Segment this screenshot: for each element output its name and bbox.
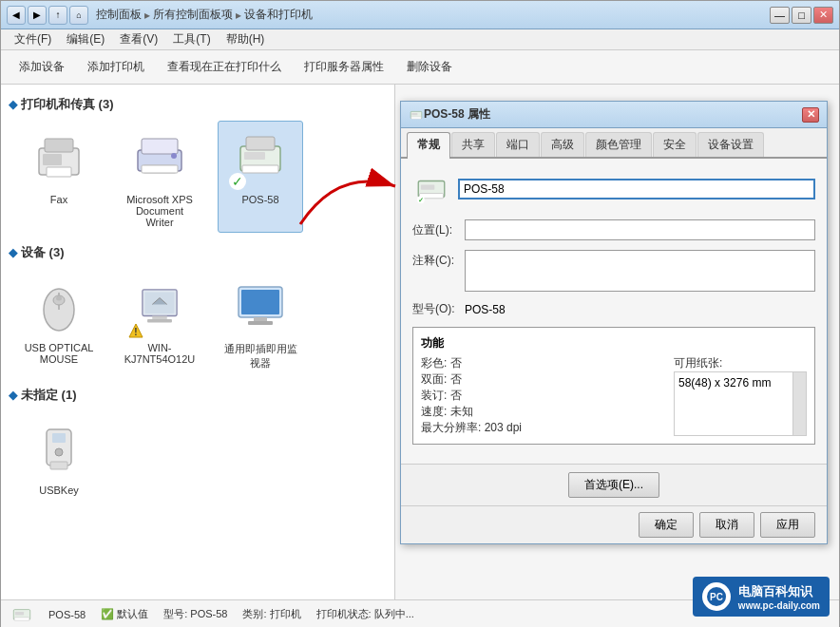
breadcrumb-item[interactable]: 设备和打印机	[244, 7, 313, 23]
mouse-label: USB OPTICAL MOUSE	[21, 342, 97, 365]
features-right-col: 可用纸张: 58(48) x 3276 mm	[674, 355, 807, 436]
tab-ports[interactable]: 端口	[496, 132, 540, 157]
server-props-button[interactable]: 打印服务器属性	[294, 54, 394, 80]
svg-rect-38	[421, 184, 434, 189]
device-mouse[interactable]: USB OPTICAL MOUSE	[16, 269, 102, 375]
usbkey-icon	[26, 416, 92, 483]
printers-grid: Fax Microsoft XPS Document Writer	[9, 121, 387, 233]
device-xps[interactable]: Microsoft XPS Document Writer	[117, 121, 202, 233]
view-queue-button[interactable]: 查看现在正在打印什么	[157, 54, 292, 80]
svg-rect-10	[244, 152, 265, 160]
nav-buttons: ◀ ▶ ↑ ⌂	[7, 6, 88, 25]
svg-rect-25	[254, 317, 267, 321]
pos58-label: POS-58	[241, 194, 278, 205]
printer-name-input[interactable]	[458, 179, 815, 200]
dialog-title-bar: POS-58 属性 ✕	[401, 102, 827, 128]
left-panel: ◆ 打印机和传真 (3) Fax	[1, 85, 395, 599]
cancel-button[interactable]: 取消	[699, 512, 754, 538]
remove-device-button[interactable]: 删除设备	[396, 54, 463, 80]
unspecified-grid: USBKey	[9, 411, 387, 501]
tab-security[interactable]: 安全	[653, 132, 697, 157]
menu-tools[interactable]: 工具(T)	[165, 29, 218, 49]
pos58-icon: ✓	[227, 125, 294, 192]
apply-button[interactable]: 应用	[760, 512, 815, 538]
maximize-button[interactable]: □	[792, 7, 811, 24]
up-button[interactable]: ↑	[48, 6, 67, 25]
features-title: 功能	[421, 335, 807, 352]
device-pc[interactable]: ! WIN-KJ7NT54O12U	[117, 269, 202, 375]
ok-button[interactable]: 确定	[639, 512, 694, 538]
scrollbar[interactable]	[792, 372, 806, 435]
device-fax[interactable]: Fax	[16, 121, 102, 233]
window-controls: — □ ✕	[770, 7, 833, 24]
breadcrumb-item[interactable]: 控制面板	[96, 7, 142, 23]
svg-rect-26	[248, 321, 273, 325]
features-layout: 彩色: 否 双面: 否 装订: 否 速度: 未知 最大分辨率: 203 dpi …	[421, 355, 807, 436]
watermark-title: 电脑百科知识	[738, 583, 820, 600]
printer-name-row: ✓	[412, 170, 815, 208]
svg-text:✓: ✓	[418, 197, 424, 203]
svg-rect-36	[411, 116, 421, 118]
device-pos58[interactable]: ✓ POS-58	[218, 121, 303, 233]
menu-help[interactable]: 帮助(H)	[219, 29, 273, 49]
comment-row: 注释(C):	[412, 250, 815, 292]
breadcrumb-item[interactable]: 所有控制面板项	[153, 7, 233, 23]
main-window: ◀ ▶ ↑ ⌂ 控制面板 ▸ 所有控制面板项 ▸ 设备和打印机 — □ ✕ 文件…	[0, 0, 840, 627]
menu-view[interactable]: 查看(V)	[112, 29, 165, 49]
close-button[interactable]: ✕	[813, 7, 833, 24]
feature-staple: 装订: 否	[421, 388, 666, 404]
svg-rect-8	[142, 165, 178, 173]
tab-device-settings[interactable]: 设备设置	[697, 132, 764, 157]
section-icon2: ◆	[9, 246, 17, 259]
dialog-tabs: 常规 共享 端口 高级 颜色管理 安全 设备设置	[401, 128, 827, 159]
watermark-text: 电脑百科知识 www.pc-daily.com	[738, 583, 820, 611]
tab-general[interactable]: 常规	[407, 132, 450, 159]
features-left: 彩色: 否 双面: 否 装订: 否 速度: 未知 最大分辨率: 203 dpi	[421, 355, 666, 436]
feature-color: 彩色: 否	[421, 355, 666, 371]
paper-label: 可用纸张:	[674, 355, 807, 371]
location-label: 位置(L):	[412, 219, 465, 238]
devices-section-header: ◆ 设备 (3)	[9, 244, 387, 261]
location-row: 位置(L):	[412, 219, 815, 240]
svg-rect-28	[50, 462, 67, 469]
home-button[interactable]: ⌂	[69, 6, 88, 25]
comment-input[interactable]	[465, 250, 815, 292]
svg-rect-1	[43, 154, 62, 165]
model-value: POS-58	[465, 303, 506, 316]
svg-rect-11	[242, 165, 278, 173]
tab-advanced[interactable]: 高级	[541, 132, 584, 157]
svg-point-16	[56, 296, 62, 301]
device-usbkey[interactable]: USBKey	[16, 411, 102, 501]
tab-sharing[interactable]: 共享	[451, 132, 495, 157]
printers-section-header: ◆ 打印机和传真 (3)	[9, 96, 387, 113]
dialog-footer: 首选项(E)...	[401, 464, 827, 505]
feature-speed: 速度: 未知	[421, 404, 666, 420]
unspecified-section-header: ◆ 未指定 (1)	[9, 387, 387, 404]
monitor-icon	[227, 274, 294, 340]
watermark-logo: PC	[702, 582, 731, 611]
default-check: ✓	[229, 173, 246, 190]
device-monitor[interactable]: 通用即插即用监视器	[218, 269, 303, 375]
svg-point-7	[171, 153, 177, 159]
toolbar: 添加设备 添加打印机 查看现在正在打印什么 打印服务器属性 删除设备	[1, 50, 839, 85]
back-button[interactable]: ◀	[7, 6, 26, 25]
add-printer-button[interactable]: 添加打印机	[77, 54, 155, 80]
paper-value: 58(48) x 3276 mm	[678, 376, 771, 390]
preferences-button[interactable]: 首选项(E)...	[568, 472, 659, 498]
dialog-close-button[interactable]: ✕	[802, 107, 819, 123]
printer-name-icon: ✓	[412, 170, 450, 208]
svg-rect-3	[47, 167, 71, 177]
menu-file[interactable]: 文件(F)	[7, 29, 59, 49]
title-bar: ◀ ▶ ↑ ⌂ 控制面板 ▸ 所有控制面板项 ▸ 设备和打印机 — □ ✕	[1, 1, 839, 29]
menu-edit[interactable]: 编辑(E)	[59, 29, 112, 49]
minimize-button[interactable]: —	[770, 7, 790, 24]
svg-rect-33	[14, 617, 29, 619]
add-device-button[interactable]: 添加设备	[9, 54, 75, 80]
tab-color[interactable]: 颜色管理	[585, 132, 652, 157]
svg-rect-2	[45, 139, 73, 152]
mouse-icon	[26, 274, 92, 340]
features-box: 功能 彩色: 否 双面: 否 装订: 否 速度: 未知 最大分辨率: 203 d…	[412, 327, 815, 445]
location-input[interactable]	[465, 219, 815, 240]
properties-dialog: POS-58 属性 ✕ 常规 共享 端口 高级 颜色管理 安全 设备设置	[400, 101, 828, 544]
forward-button[interactable]: ▶	[28, 6, 47, 25]
